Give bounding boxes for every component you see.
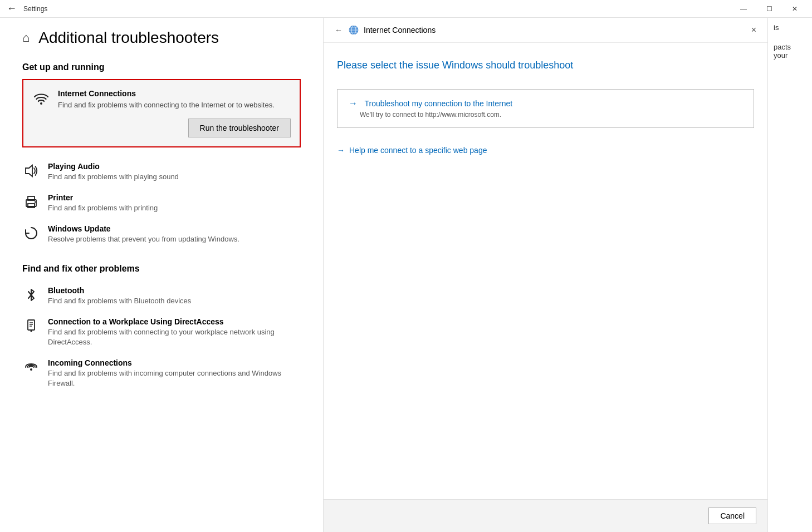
close-button[interactable]: ✕ [782, 0, 808, 18]
playing-audio-desc: Find and fix problems with playing sound [48, 172, 179, 182]
dialog-close-button[interactable]: × [751, 25, 756, 35]
directaccess-desc: Find and fix problems with connecting to… [48, 327, 301, 347]
option2-link[interactable]: → Help me connect to a specific web page [337, 139, 754, 161]
wifi-icon [32, 90, 50, 112]
far-right-panel: is pacts your [767, 18, 812, 532]
bluetooth-name: Bluetooth [48, 286, 191, 295]
dialog-question: Please select the issue Windows should t… [337, 60, 754, 71]
option1-subtitle: We'll try to connect to http://www.micro… [349, 111, 742, 119]
playing-audio-text: Playing Audio Find and fix problems with… [48, 162, 179, 182]
minimize-button[interactable]: — [731, 0, 756, 18]
incoming-name: Incoming Connections [48, 358, 301, 367]
printer-icon [22, 194, 40, 213]
windows-update-desc: Resolve problems that prevent you from u… [48, 234, 239, 244]
section-heading-find-fix: Find and fix other problems [22, 264, 301, 274]
printer-item: Printer Find and fix problems with print… [22, 188, 301, 219]
internet-connections-name: Internet Connections [58, 89, 275, 98]
section-get-up-running: Get up and running Internet Connections [22, 62, 301, 250]
internet-connections-card[interactable]: Internet Connections Find and fix proble… [22, 79, 301, 147]
svg-rect-6 [28, 320, 35, 330]
playing-audio-name: Playing Audio [48, 162, 179, 171]
option2-row: → Help me connect to a specific web page [337, 137, 754, 164]
incoming-text: Incoming Connections Find and fix proble… [48, 358, 301, 388]
main-layout: ⌂ Additional troubleshooters Get up and … [0, 18, 812, 532]
update-icon [22, 225, 40, 244]
titlebar-back-button[interactable]: ← [4, 1, 19, 17]
titlebar-controls: — ☐ ✕ [731, 0, 808, 18]
directaccess-icon [22, 318, 40, 337]
svg-marker-1 [26, 165, 32, 176]
internet-connections-dialog-icon [348, 24, 359, 36]
directaccess-item: Connection to a Workplace Using DirectAc… [22, 312, 301, 353]
home-icon: ⌂ [22, 31, 30, 45]
playing-audio-item: Playing Audio Find and fix problems with… [22, 156, 301, 188]
incoming-item: Incoming Connections Find and fix proble… [22, 353, 301, 394]
dialog-back-button[interactable]: ← [335, 26, 343, 35]
bluetooth-text: Bluetooth Find and fix problems with Blu… [48, 286, 191, 306]
titlebar: ← Settings — ☐ ✕ [0, 0, 812, 18]
far-right-line2: pacts your [774, 43, 806, 60]
directaccess-name: Connection to a Workplace Using DirectAc… [48, 317, 301, 326]
incoming-desc: Find and fix problems with incoming comp… [48, 368, 301, 388]
run-troubleshooter-button[interactable]: Run the troubleshooter [188, 119, 291, 137]
option1-link[interactable]: Troubleshoot my connection to the Intern… [364, 99, 512, 108]
option2-arrow: → [337, 146, 345, 155]
bluetooth-item: Bluetooth Find and fix problems with Blu… [22, 280, 301, 312]
page-header: ⌂ Additional troubleshooters [22, 29, 301, 47]
bluetooth-desc: Find and fix problems with Bluetooth dev… [48, 296, 191, 306]
left-panel: ⌂ Additional troubleshooters Get up and … [0, 18, 323, 532]
titlebar-title: Settings [23, 5, 47, 13]
svg-point-5 [35, 201, 36, 203]
section-heading-get-up: Get up and running [22, 62, 301, 72]
svg-point-11 [30, 368, 32, 371]
cancel-button[interactable]: Cancel [708, 508, 756, 524]
dialog-header: ← Internet Connections × [324, 18, 767, 43]
option2-label: Help me connect to a specific web page [349, 146, 487, 155]
audio-icon [22, 163, 40, 182]
incoming-icon [22, 359, 40, 378]
section-find-fix: Find and fix other problems Bluetooth Fi… [22, 264, 301, 395]
printer-name: Printer [48, 193, 158, 202]
svg-point-0 [40, 102, 42, 105]
restore-button[interactable]: ☐ [756, 0, 782, 18]
dialog-title-text: Internet Connections [364, 26, 436, 35]
dialog-title: Internet Connections [348, 24, 436, 36]
far-right-line1: is [774, 23, 806, 32]
option1-box[interactable]: → Troubleshoot my connection to the Inte… [337, 89, 754, 128]
directaccess-text: Connection to a Workplace Using DirectAc… [48, 317, 301, 347]
svg-rect-4 [28, 204, 35, 208]
option1-label: → Troubleshoot my connection to the Inte… [349, 98, 742, 109]
page-title: Additional troubleshooters [38, 29, 219, 47]
run-btn-row: Run the troubleshooter [32, 119, 291, 137]
svg-point-10 [31, 330, 32, 332]
right-panel: ← Internet Connections × Please select t… [323, 18, 767, 532]
internet-connections-item: Internet Connections Find and fix proble… [32, 89, 291, 112]
windows-update-name: Windows Update [48, 224, 239, 233]
windows-update-item: Windows Update Resolve problems that pre… [22, 219, 301, 250]
dialog-header-left: ← Internet Connections [335, 24, 436, 36]
printer-desc: Find and fix problems with printing [48, 203, 158, 213]
internet-connections-text: Internet Connections Find and fix proble… [58, 89, 275, 110]
titlebar-left: ← Settings [4, 1, 47, 17]
dialog-footer: Cancel [324, 499, 767, 532]
option1-arrow: → [349, 98, 358, 108]
bluetooth-icon [22, 287, 40, 306]
internet-connections-desc: Find and fix problems with connecting to… [58, 100, 275, 110]
printer-text: Printer Find and fix problems with print… [48, 193, 158, 213]
dialog-body: Please select the issue Windows should t… [324, 43, 767, 499]
windows-update-text: Windows Update Resolve problems that pre… [48, 224, 239, 244]
